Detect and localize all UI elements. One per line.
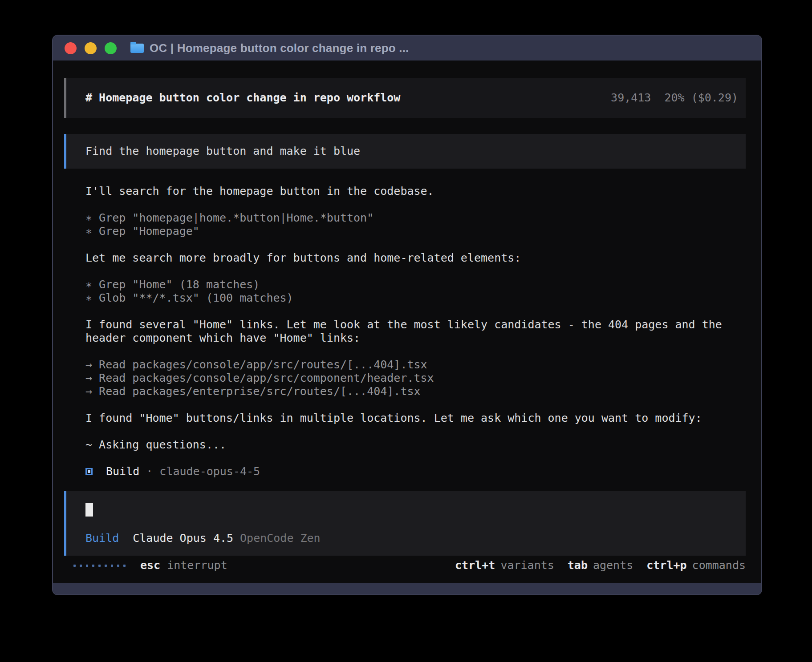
- prompt-status-line: Build Claude Opus 4.5 OpenCode Zen: [85, 532, 737, 545]
- shortcut-label: commands: [692, 559, 746, 572]
- minimize-button[interactable]: [85, 42, 97, 54]
- tool-call-group: ∗ Grep "homepage|home.*button|Home.*butt…: [85, 211, 746, 238]
- working-spinner-dots: [73, 565, 126, 567]
- shortcut-label: variants: [500, 559, 554, 572]
- token-count: 39,413: [611, 91, 651, 105]
- assistant-transcript: I'll search for the homepage button in t…: [64, 185, 746, 478]
- window-controls: [65, 42, 117, 54]
- agent-name: Build: [106, 465, 139, 478]
- user-message-text: Find the homepage button and make it blu…: [85, 145, 360, 158]
- session-stats: 39,413 20% ($0.29): [611, 91, 738, 105]
- tool-call-glob: ∗ Glob "**/*.tsx" (100 matches): [85, 291, 746, 305]
- window-title: OC | Homepage button color change in rep…: [150, 41, 409, 55]
- agent-square-icon: [85, 468, 93, 475]
- tool-call-read: → Read packages/console/app/src/routes/[…: [85, 358, 746, 371]
- session-header: # Homepage button color change in repo w…: [64, 78, 746, 118]
- asking-questions-status: ~ Asking questions...: [85, 438, 746, 452]
- shortcut-variants: ctrl+tvariants: [455, 559, 554, 572]
- agent-task-status: Build · claude-opus-4-5: [85, 465, 746, 478]
- text-cursor: [85, 503, 93, 517]
- dot-separator: ·: [146, 465, 153, 478]
- terminal-window: OC | Homepage button color change in rep…: [52, 35, 762, 595]
- assistant-paragraph: I found "Home" buttons/links in multiple…: [85, 412, 746, 425]
- prompt-input[interactable]: Build Claude Opus 4.5 OpenCode Zen: [64, 491, 746, 556]
- shortcut-hints: ctrl+tvariants tabagents ctrl+pcommands: [455, 559, 746, 572]
- close-button[interactable]: [65, 42, 77, 54]
- context-usage-cost: 20% ($0.29): [664, 91, 738, 105]
- tool-call-grep: ∗ Grep "Homepage": [85, 225, 746, 238]
- tool-call-grep: ∗ Grep "homepage|home.*button|Home.*butt…: [85, 211, 746, 225]
- shortcut-key: ctrl+p: [646, 559, 686, 572]
- shortcut-interrupt: esc interrupt: [140, 559, 227, 572]
- shortcut-key: tab: [568, 559, 588, 572]
- tool-call-group: → Read packages/console/app/src/routes/[…: [85, 358, 746, 398]
- shortcut-key: esc: [140, 559, 160, 572]
- user-message: Find the homepage button and make it blu…: [64, 134, 746, 169]
- shortcut-label: agents: [593, 559, 633, 572]
- shortcut-key: ctrl+t: [455, 559, 495, 572]
- status-footer: esc interrupt ctrl+tvariants tabagents c…: [64, 559, 746, 572]
- tool-call-grep: ∗ Grep "Home" (18 matches): [85, 278, 746, 291]
- agent-model: claude-opus-4-5: [159, 465, 260, 478]
- terminal-content: # Homepage button color change in repo w…: [53, 61, 761, 583]
- shortcut-commands: ctrl+pcommands: [646, 559, 746, 572]
- session-title: # Homepage button color change in repo w…: [85, 91, 400, 105]
- active-model-label: Claude Opus 4.5: [133, 532, 233, 545]
- tool-call-read: → Read packages/enterprise/src/routes/[.…: [85, 385, 746, 398]
- tool-call-group: ∗ Grep "Home" (18 matches) ∗ Glob "**/*.…: [85, 278, 746, 305]
- shortcut-label: interrupt: [167, 559, 227, 572]
- folder-icon: [130, 44, 144, 53]
- provider-label: OpenCode Zen: [240, 532, 321, 545]
- zoom-button[interactable]: [105, 42, 117, 54]
- assistant-paragraph: I'll search for the homepage button in t…: [85, 185, 746, 198]
- window-titlebar[interactable]: OC | Homepage button color change in rep…: [53, 36, 761, 61]
- active-agent-label[interactable]: Build: [85, 532, 119, 545]
- assistant-paragraph: I found several "Home" links. Let me loo…: [85, 318, 746, 345]
- assistant-paragraph: Let me search more broadly for buttons a…: [85, 251, 746, 265]
- desktop-background: OC | Homepage button color change in rep…: [0, 0, 812, 662]
- shortcut-agents: tabagents: [568, 559, 633, 572]
- window-bottom-chrome: [53, 583, 761, 594]
- tool-call-read: → Read packages/console/app/src/componen…: [85, 371, 746, 385]
